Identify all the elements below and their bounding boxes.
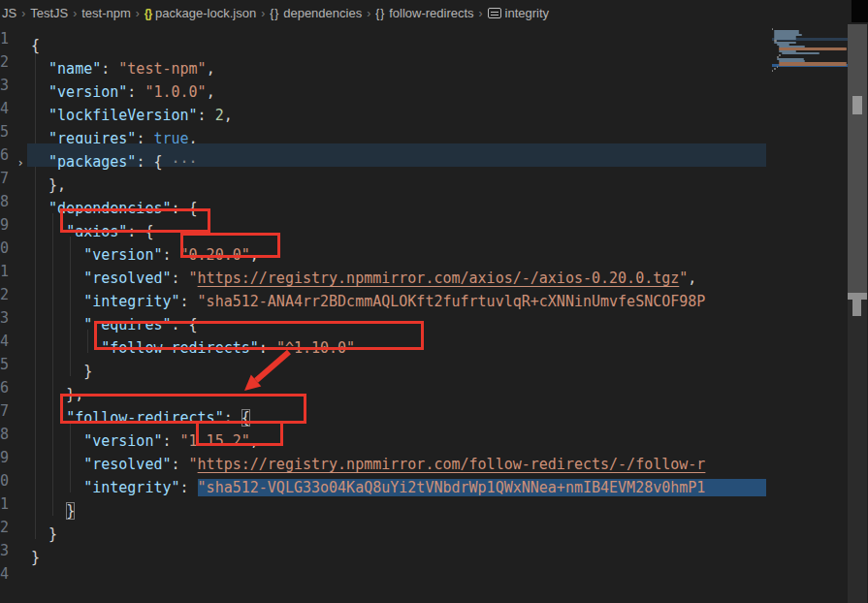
code-line[interactable]: 5 } xyxy=(0,353,766,376)
breadcrumb-item-js[interactable]: JS xyxy=(2,6,16,20)
breadcrumb-item-integrity[interactable]: integrity xyxy=(488,6,550,20)
line-number: 9 xyxy=(0,446,10,469)
code-line[interactable]: 6› "packages": { ··· xyxy=(0,143,766,167)
line-number: 1 xyxy=(0,492,10,516)
breadcrumb-separator-icon: › xyxy=(261,7,265,20)
line-number: 6 xyxy=(0,376,10,399)
code-line[interactable]: 4 "follow-redirects": "^1.10.0" xyxy=(0,330,766,353)
code-line[interactable]: 4 "lockfileVersion": 2, xyxy=(0,97,766,120)
code-line[interactable]: 6 }, xyxy=(0,376,766,399)
breadcrumb-separator-icon: › xyxy=(73,7,77,20)
minimap-line xyxy=(772,70,773,72)
breadcrumb-item-testjs[interactable]: TestJS xyxy=(30,6,68,20)
code-line[interactable]: 7 "follow-redirects": { xyxy=(0,399,766,423)
code-line[interactable]: 3 "requires": { xyxy=(0,306,766,330)
minimap-line xyxy=(777,66,778,68)
line-number: 3 xyxy=(0,306,10,330)
breadcrumb-separator-icon: › xyxy=(367,7,370,20)
code-line[interactable]: 1 } xyxy=(0,492,766,516)
code-line[interactable]: 3} xyxy=(0,539,766,562)
code-line[interactable]: 0 "version": "0.20.0", xyxy=(0,237,766,260)
code-line[interactable]: 9 "axios": { xyxy=(0,213,766,237)
breadcrumb-label: TestJS xyxy=(30,6,68,20)
line-number: 6 xyxy=(0,143,10,167)
symbol-object-icon: {} xyxy=(375,7,385,20)
code-line[interactable]: 1 "resolved": "https://registry.npmmirro… xyxy=(0,260,766,283)
line-number: 5 xyxy=(0,120,10,143)
code-line[interactable]: 0 "integrity": "sha512-VQLG33o04KaQ8uYi2… xyxy=(0,469,766,492)
line-number: 7 xyxy=(0,399,10,423)
breadcrumb-label: follow-redirects xyxy=(389,6,473,20)
code-line[interactable]: 7 }, xyxy=(0,167,766,190)
breadcrumb-label: package-lock.json xyxy=(155,6,256,20)
line-number: 2 xyxy=(0,516,10,539)
breadcrumb-label: JS xyxy=(2,6,16,20)
breadcrumb: JS›TestJS›test-npm›{}package-lock.json›{… xyxy=(0,0,868,26)
scrollbar-decoration xyxy=(848,293,867,300)
code-line[interactable]: 2 } xyxy=(0,516,766,539)
line-number: 8 xyxy=(0,423,10,446)
line-number: 1 xyxy=(0,27,10,50)
code-line[interactable]: 5 "requires": true, xyxy=(0,120,766,143)
code-line[interactable]: 8 "version": "1.15.2", xyxy=(0,423,766,446)
code-line[interactable]: 2 "name": "test-npm", xyxy=(0,50,766,74)
code-line[interactable]: 8 "dependencies": { xyxy=(0,190,766,213)
breadcrumb-separator-icon: › xyxy=(479,7,483,20)
scrollbar-track[interactable] xyxy=(848,24,867,603)
code-line[interactable]: 1{ xyxy=(0,27,766,50)
minimap-line xyxy=(782,52,820,54)
breadcrumb-label: dependencies xyxy=(283,6,362,20)
breadcrumb-item-dependencies[interactable]: {}dependencies xyxy=(270,6,362,20)
code-lines: 1{2 "name": "test-npm",3 "version": "1.0… xyxy=(0,27,766,586)
line-number: 2 xyxy=(0,283,10,306)
window-corner xyxy=(852,0,868,22)
breadcrumb-label: test-npm xyxy=(81,6,131,20)
scrollbar-decoration xyxy=(852,300,861,316)
line-number: 1 xyxy=(0,260,10,283)
code-editor[interactable]: 1{2 "name": "test-npm",3 "version": "1.0… xyxy=(0,27,766,603)
line-number: 3 xyxy=(0,539,10,562)
minimap-line xyxy=(774,38,796,40)
line-number: 4 xyxy=(0,562,10,586)
minimap-line xyxy=(772,28,773,30)
code-line[interactable]: 2 "integrity": "sha512-ANA4rr2BDcmmAQLOK… xyxy=(0,283,766,306)
breadcrumb-item-package-lock-json[interactable]: {}package-lock.json xyxy=(145,6,256,20)
line-number: 8 xyxy=(0,190,10,213)
breadcrumb-item-test-npm[interactable]: test-npm xyxy=(81,6,131,20)
scrollbar-thumb[interactable] xyxy=(848,24,867,293)
minimap-line xyxy=(779,54,780,56)
line-number: 0 xyxy=(0,237,10,260)
minimap[interactable] xyxy=(772,28,848,96)
symbol-string-icon xyxy=(488,8,501,18)
minimap-line xyxy=(779,64,847,66)
json-file-icon: {} xyxy=(145,7,151,20)
line-number: 2 xyxy=(0,50,10,74)
code-line[interactable]: 4 xyxy=(0,562,766,586)
symbol-object-icon: {} xyxy=(270,7,279,20)
breadcrumb-separator-icon: › xyxy=(21,7,25,20)
breadcrumb-separator-icon: › xyxy=(136,7,140,20)
code-line[interactable]: 3 "version": "1.0.0", xyxy=(0,74,766,97)
line-number: 7 xyxy=(0,167,10,190)
line-number: 5 xyxy=(0,353,10,376)
line-number: 4 xyxy=(0,97,10,120)
scrollbar-decoration xyxy=(852,96,862,114)
line-number: 0 xyxy=(0,469,10,492)
line-number: 3 xyxy=(0,74,10,97)
breadcrumb-item-follow-redirects[interactable]: {}follow-redirects xyxy=(375,6,473,20)
line-number: 4 xyxy=(0,330,10,353)
code-line[interactable]: 9 "resolved": "https://registry.npmmirro… xyxy=(0,446,766,469)
line-number: 9 xyxy=(0,213,10,237)
minimap-line xyxy=(774,68,775,70)
breadcrumb-label: integrity xyxy=(505,6,550,20)
